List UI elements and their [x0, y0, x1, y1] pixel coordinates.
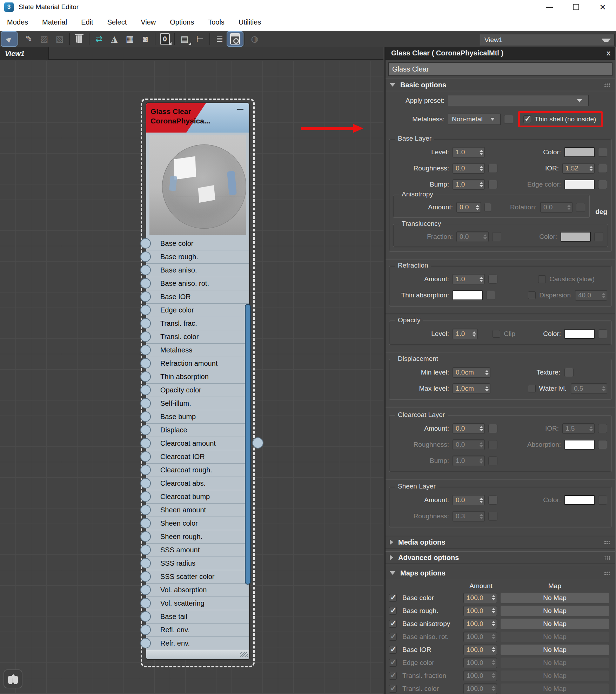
refraction-amount-map-slot[interactable]	[488, 275, 497, 284]
input-socket-icon[interactable]	[140, 371, 151, 382]
node-slot[interactable]: Sheen color	[146, 517, 249, 530]
caustics-checkbox[interactable]	[538, 275, 546, 283]
clearcoat-ior-map-slot[interactable]	[598, 424, 607, 433]
layout-children-icon[interactable]: ▤	[177, 32, 192, 46]
map-button[interactable]: No Map	[501, 683, 609, 694]
map-amount-spinner[interactable]: 100.0	[463, 645, 497, 655]
map-amount-spinner[interactable]: 100.0	[463, 606, 497, 616]
edge-color-map-slot[interactable]	[598, 180, 607, 189]
input-socket-icon[interactable]	[140, 465, 151, 475]
material-name-input[interactable]: Glass Clear	[388, 62, 612, 76]
input-socket-icon[interactable]	[140, 571, 151, 582]
node-slot[interactable]: Thin absorption	[146, 370, 249, 384]
node-slot[interactable]: Base rough.	[146, 250, 249, 264]
input-socket-icon[interactable]	[140, 611, 151, 622]
translucency-color-swatch[interactable]	[561, 232, 591, 242]
map-button[interactable]: No Map	[501, 658, 609, 668]
node-slot[interactable]: Base color	[146, 237, 249, 250]
aniso-rotation-map-slot[interactable]	[576, 203, 585, 212]
input-socket-icon[interactable]	[140, 251, 151, 262]
maximize-button[interactable]	[563, 0, 589, 14]
show-checker-background-icon[interactable]: ◙	[138, 32, 153, 46]
node-slot[interactable]: Clearcoat rough.	[146, 464, 249, 477]
show-standard-maps-icon[interactable]: 0	[157, 32, 173, 46]
input-socket-icon[interactable]	[140, 638, 151, 648]
opacity-color-swatch[interactable]	[564, 329, 595, 339]
displace-texture-slot[interactable]	[564, 368, 574, 377]
input-socket-icon[interactable]	[140, 491, 151, 502]
clip-checkbox[interactable]	[493, 330, 500, 338]
navigator-button[interactable]	[4, 669, 22, 688]
move-children-icon[interactable]: ⇄	[91, 32, 107, 46]
map-enable-checkbox[interactable]	[389, 659, 397, 667]
input-socket-icon[interactable]	[140, 238, 151, 249]
menu-utilities[interactable]: Utilities	[236, 17, 263, 28]
map-amount-spinner[interactable]: 100.0	[463, 658, 497, 668]
map-amount-spinner[interactable]: 100.0	[463, 619, 497, 629]
map-button[interactable]: No Map	[501, 593, 609, 603]
input-socket-icon[interactable]	[140, 545, 151, 555]
node-slot[interactable]: Sheen amount	[146, 504, 249, 517]
sheen-roughness-map-slot[interactable]	[488, 512, 497, 521]
node-slot[interactable]: Clearcoat bump	[146, 490, 249, 504]
input-socket-icon[interactable]	[140, 331, 151, 342]
input-socket-icon[interactable]	[140, 625, 151, 635]
menu-edit[interactable]: Edit	[79, 17, 95, 28]
material-node[interactable]: Glass Clear CoronaPhysica... Base colorB…	[146, 102, 250, 660]
metalness-dropdown[interactable]: Non-metal	[448, 114, 501, 125]
tab-view1[interactable]: View1	[0, 47, 49, 60]
node-slot[interactable]: Base aniso.	[146, 264, 249, 277]
rollout-media-options[interactable]: Media options	[386, 536, 615, 548]
map-enable-checkbox[interactable]	[389, 646, 397, 654]
node-slot[interactable]: Edge color	[146, 304, 249, 317]
aniso-amount-map-slot[interactable]	[484, 203, 491, 212]
node-slot[interactable]: Clearcoat IOR	[146, 450, 249, 464]
clearcoat-amount-spinner[interactable]: 0.0	[453, 423, 485, 434]
clearcoat-bump-map-slot[interactable]	[488, 456, 497, 465]
pick-material-eyedropper-icon[interactable]: ✎	[21, 32, 36, 46]
node-slot[interactable]: Base aniso. rot.	[146, 277, 249, 290]
minimize-button[interactable]	[536, 0, 563, 14]
map-button[interactable]: No Map	[501, 671, 609, 681]
node-slot[interactable]: Base IOR	[146, 290, 249, 304]
clearcoat-absorption-swatch[interactable]	[564, 440, 595, 450]
displace-max-spinner[interactable]: 1.0cm	[453, 383, 490, 394]
input-socket-icon[interactable]	[140, 451, 151, 462]
thin-absorption-map-slot[interactable]	[486, 291, 495, 300]
base-bump-map-slot[interactable]	[488, 180, 497, 189]
edge-color-swatch[interactable]	[564, 180, 595, 189]
map-amount-spinner[interactable]: 100.0	[463, 632, 497, 642]
node-slot[interactable]: Base bump	[146, 410, 249, 424]
clearcoat-absorption-map-slot[interactable]	[598, 440, 607, 449]
map-amount-spinner[interactable]: 100.0	[463, 671, 497, 681]
sheen-roughness-spinner[interactable]: 0.3	[453, 511, 485, 521]
map-button[interactable]: No Map	[501, 632, 609, 642]
apply-preset-dropdown[interactable]	[448, 95, 589, 106]
translucency-fraction-spinner[interactable]: 0.0	[456, 231, 489, 242]
map-enable-checkbox[interactable]	[389, 685, 397, 693]
input-socket-icon[interactable]	[140, 358, 151, 369]
clearcoat-bump-spinner[interactable]: 1.0	[453, 456, 485, 466]
input-socket-icon[interactable]	[140, 265, 151, 275]
menu-view[interactable]: View	[139, 17, 158, 28]
aniso-rotation-spinner[interactable]: 0.0	[540, 202, 573, 213]
layout-graph-icon[interactable]: ⊢	[192, 32, 208, 46]
base-color-map-slot[interactable]	[598, 148, 607, 157]
view-selector-dropdown[interactable]: View1	[480, 34, 615, 46]
base-bump-spinner[interactable]: 1.0	[453, 179, 485, 190]
water-level-checkbox[interactable]	[528, 385, 536, 392]
input-socket-icon[interactable]	[140, 305, 151, 315]
select-tool-icon[interactable]: ►	[1, 32, 17, 46]
water-level-spinner[interactable]: 0.5	[571, 383, 607, 394]
clearcoat-roughness-spinner[interactable]: 0.0	[453, 439, 485, 450]
map-enable-checkbox[interactable]	[389, 607, 397, 615]
node-slot[interactable]: Transl. color	[146, 330, 249, 344]
node-slot[interactable]: Transl. frac.	[146, 317, 249, 330]
node-slot[interactable]: Clearcoat amount	[146, 437, 249, 450]
menu-tools[interactable]: Tools	[206, 17, 227, 28]
sheen-color-swatch[interactable]	[564, 495, 595, 505]
input-socket-icon[interactable]	[140, 345, 151, 355]
map-enable-checkbox[interactable]	[389, 672, 397, 680]
rollout-advanced-options[interactable]: Advanced options	[386, 551, 615, 564]
base-ior-spinner[interactable]: 1.52	[562, 163, 595, 174]
